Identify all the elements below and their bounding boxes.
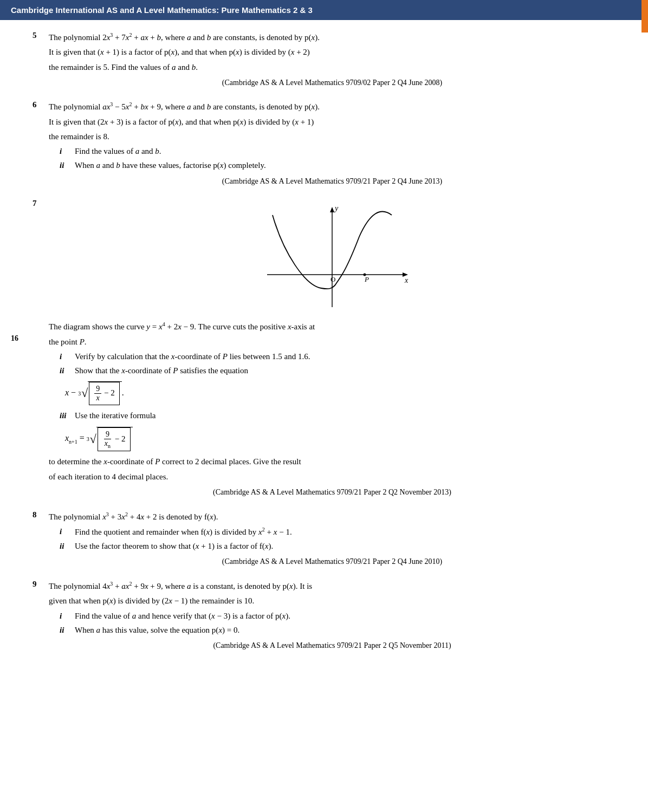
radical-sym-ii: √ [81,387,88,399]
radical-content-ii: 9 x − 2 [88,381,121,405]
svg-text:O: O [331,275,335,283]
problem-5-body: The polynomial 2x3 + 7x2 + ax + b, where… [49,31,615,90]
problem-6-sub-ii-text: When a and b have these values, factoris… [75,159,266,172]
radical-content-iii: 9 xn − 2 [96,427,133,452]
page-number: 16 [11,334,18,343]
problem-9-number: 9 [33,580,49,589]
problem-8-sub-i-label: i [60,525,75,538]
header-title: Cambridge International AS and A Level M… [11,5,313,15]
fraction-9-xn: 9 xn [103,430,112,449]
problem-5-number: 5 [33,31,49,40]
problem-9-sub-ii-label: ii [60,624,75,636]
problem-7-line2: the point P. [49,336,615,348]
problem-8-source: (Cambridge AS & A Level Mathematics 9709… [49,556,615,568]
problem-7: 7 y x O P [33,199,615,500]
curve-svg: y x O P [251,204,413,313]
denominator-x: x [95,394,101,402]
numerator-9: 9 [94,385,101,394]
problem-8-number: 8 [33,510,49,519]
problem-7-sub-i-label: i [60,350,75,363]
denominator-xn: xn [103,439,112,449]
problem-9-sub-ii-text: When a has this value, solve the equatio… [75,624,239,636]
problem-9-sub-i-text: Find the value of a and hence verify tha… [75,610,290,622]
problem-8-sub-i-text: Find the quotient and remainder when f(x… [75,525,292,538]
problem-7-sub-i: i Verify by calculation that the x-coord… [60,350,615,363]
svg-text:P: P [364,275,369,283]
problem-7-after-iii-1: to determine the x-coordinate of P corre… [49,456,615,468]
problem-9-sub-i-label: i [60,610,75,622]
problem-7-graph: y x O P [49,204,615,313]
svg-text:x: x [404,276,409,284]
formula-ii: x − 3 √ 9 x − 2 . [65,381,615,405]
problem-5: 5 The polynomial 2x3 + 7x2 + ax + b, whe… [33,31,615,90]
problem-5-source: (Cambridge AS & A Level Mathematics 9709… [49,77,615,89]
cbrt-index-ii: 3 [78,391,81,397]
fraction-9-x: 9 x [94,385,101,402]
svg-text:y: y [334,204,339,212]
problem-9-line1: The polynomial 4x3 + ax2 + 9x + 9, where… [49,580,615,593]
problem-6-sub-ii: ii When a and b have these values, facto… [60,159,615,172]
problem-8-sub-i: i Find the quotient and remainder when f… [60,525,615,538]
main-content: 16 5 The polynomial 2x3 + 7x2 + ax + b, … [0,20,648,680]
problem-9-line2: given that when p(x) is divided by (2x −… [49,595,615,607]
problem-8-line1: The polynomial x3 + 3x2 + 4x + 2 is deno… [49,510,615,523]
problem-7-after-iii-2: of each iteration to 4 decimal places. [49,471,615,483]
problem-8-sub-ii-label: ii [60,540,75,553]
cbrt-index-iii: 3 [87,436,89,442]
problem-9-sub-i: i Find the value of a and hence verify t… [60,610,615,622]
problem-8-sub-ii-text: Use the factor theorem to show that (x +… [75,540,273,553]
problem-5-line3: the remainder is 5. Find the values of a… [49,61,615,74]
problem-7-source: (Cambridge AS & A Level Mathematics 9709… [49,486,615,498]
problem-6-body: The polynomial ax3 − 5x2 + bx + 9, where… [49,100,615,189]
problem-9: 9 The polynomial 4x3 + ax2 + 9x + 9, whe… [33,580,615,654]
problem-9-source: (Cambridge AS & A Level Mathematics 9709… [49,640,615,652]
problem-9-body: The polynomial 4x3 + ax2 + 9x + 9, where… [49,580,615,654]
problem-6-line1: The polynomial ax3 − 5x2 + bx + 9, where… [49,100,615,113]
svg-marker-2 [330,207,334,212]
problem-7-sub-iii-label: iii [60,410,75,422]
problem-7-line1: The diagram shows the curve y = x4 + 2x … [49,320,615,333]
problem-8-body: The polynomial x3 + 3x2 + 4x + 2 is deno… [49,510,615,570]
problem-6-line3: the remainder is 8. [49,131,615,143]
numerator-9-iii: 9 [104,430,111,439]
problem-6-sub-i: i Find the values of a and b. [60,145,615,158]
problem-8: 8 The polynomial x3 + 3x2 + 4x + 2 is de… [33,510,615,570]
problem-7-sub-iii-text: Use the iterative formula [75,410,156,422]
problem-7-sub-i-text: Verify by calculation that the x-coordin… [75,350,310,363]
radical-sym-iii: √ [90,433,96,445]
problem-6-line2: It is given that (2x + 3) is a factor of… [49,116,615,128]
problem-6-sub-i-label: i [60,145,75,158]
problem-6-sub-ii-label: ii [60,159,75,172]
problem-6-sub-i-text: Find the values of a and b. [75,145,161,158]
problem-7-body: y x O P The diagram shows the curve y = … [49,199,615,500]
problem-9-sub-ii: ii When a has this value, solve the equa… [60,624,615,636]
problem-7-number: 7 [33,199,49,208]
problem-6: 6 The polynomial ax3 − 5x2 + bx + 9, whe… [33,100,615,189]
problem-8-sub-ii: ii Use the factor theorem to show that (… [60,540,615,553]
problem-6-number: 6 [33,100,49,109]
page-header: Cambridge International AS and A Level M… [0,0,648,20]
cbrt-expression-iii: 3 √ 9 xn − 2 [87,427,133,452]
problem-7-sub-ii-label: ii [60,365,75,377]
problem-5-line2: It is given that (x + 1) is a factor of … [49,46,615,59]
cbrt-expression-ii: 3 √ 9 x − 2 [78,381,122,405]
problem-6-source: (Cambridge AS & A Level Mathematics 9709… [49,176,615,187]
problem-7-sub-ii: ii Show that the x-coordinate of P satis… [60,365,615,377]
formula-iii: xn+1 = 3 √ 9 xn − 2 [65,427,615,452]
problem-5-line1: The polynomial 2x3 + 7x2 + ax + b, where… [49,31,615,44]
svg-point-8 [364,274,366,276]
problem-7-sub-iii: iii Use the iterative formula [60,410,615,422]
problem-7-sub-ii-text: Show that the x-coordinate of P satisfie… [75,365,248,377]
